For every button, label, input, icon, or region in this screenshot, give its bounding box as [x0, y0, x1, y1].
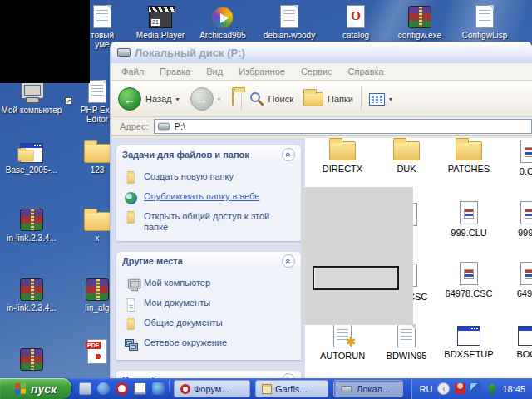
notepad-icon[interactable]	[134, 382, 146, 395]
menu-favorites[interactable]: Избранное	[239, 66, 285, 76]
views-icon[interactable]	[369, 93, 385, 106]
black-region	[0, 0, 90, 83]
folders-button-label[interactable]: Папки	[328, 94, 353, 104]
place-network[interactable]: Сетевое окружение	[124, 337, 296, 352]
desktop-icon-base-2005[interactable]: Base_2005-...	[1, 136, 62, 175]
file-item-bdxsetup[interactable]: BDXSETUP	[438, 326, 500, 359]
tray-agent-icon[interactable]	[455, 383, 466, 394]
back-button[interactable]: ←	[118, 87, 141, 111]
new-folder-icon	[124, 171, 138, 185]
task-label: Создать новую папку	[144, 171, 234, 182]
desktop-icon-inlink-archive-2[interactable]: in-link.2.3.4...	[1, 274, 62, 313]
file-item-autorun[interactable]: AUTORUN	[312, 324, 373, 361]
file-item-64978csc[interactable]: 64978.CSC	[438, 262, 500, 298]
file-item-999f[interactable]: 999.F	[499, 201, 532, 238]
media-player-icon	[212, 7, 234, 28]
addressbar: Адрес: P:\	[111, 118, 532, 136]
folder-icon	[393, 141, 420, 160]
section-header[interactable]: Другие места «	[116, 252, 301, 270]
section-body: Создать новую папку Опубликовать папку в…	[116, 164, 301, 241]
place-shared-documents[interactable]: Общие документы	[124, 318, 296, 332]
taskbar-button-garfis[interactable]: Garfis...	[255, 380, 328, 397]
quicklaunch-app-icon[interactable]	[97, 382, 110, 395]
section-header[interactable]: Задачи для файлов и папок «	[116, 145, 301, 164]
desktop-icon-label: in-link.2.3.4...	[1, 303, 62, 313]
menu-help[interactable]: Справка	[348, 66, 384, 76]
text-file-icon	[93, 5, 111, 28]
folder-icon	[329, 141, 356, 160]
taskbar-button-local-disk[interactable]: Локал...	[333, 380, 403, 397]
desktop-icon-archicad[interactable]: Archicad905	[192, 2, 254, 40]
up-button[interactable]: ↑	[232, 91, 234, 106]
file-item-64990[interactable]: 64990	[499, 262, 532, 298]
task-share-folder[interactable]: Открыть общий доступ к этой папке	[124, 211, 296, 233]
start-button[interactable]: пуск	[0, 378, 71, 399]
desktop-icon-configlisp[interactable]: ConfigwLisp	[454, 2, 515, 40]
text-file-icon	[397, 324, 416, 347]
file-item-0csc[interactable]: 0.CS	[499, 140, 532, 176]
place-my-documents[interactable]: Мои документы	[124, 298, 296, 312]
collapse-button[interactable]: «	[282, 254, 295, 268]
menu-tools[interactable]: Сервис	[301, 66, 332, 76]
desktop-icon-catalog[interactable]: catalog	[325, 2, 387, 40]
hide-icons-button[interactable]: ‹	[437, 382, 450, 395]
place-my-computer[interactable]: Мой компьютер	[124, 278, 296, 292]
file-item-bdwin95[interactable]: BDWIN95	[376, 324, 437, 361]
file-item-directx[interactable]: DIRECTX	[312, 141, 373, 174]
file-label: 999.F	[518, 228, 532, 238]
taskbar-button-forum[interactable]: Форум...	[174, 380, 250, 397]
address-label: Адрес:	[120, 121, 149, 131]
show-desktop-icon[interactable]	[79, 382, 91, 395]
menu-edit[interactable]: Правка	[160, 66, 190, 76]
desktop-icon-label: Base_2005-...	[1, 165, 62, 175]
views-dropdown-icon[interactable]: ▾	[389, 96, 392, 103]
start-button-label: пуск	[31, 382, 57, 396]
file-label: 999.CLU	[451, 228, 486, 238]
menu-file[interactable]: Файл	[121, 66, 144, 76]
task-label: Открыть общий доступ к этой папке	[144, 211, 296, 233]
taskbar: пуск Форум... Garfis... Локал... RU ‹	[0, 378, 532, 399]
tray-update-icon[interactable]	[486, 383, 497, 394]
search-button-label[interactable]: Поиск	[268, 94, 293, 104]
folders-icon[interactable]	[303, 92, 323, 106]
taskbar-button-label: Garfis...	[275, 384, 308, 394]
file-item-patches[interactable]: PATCHES	[438, 141, 500, 174]
place-label: Мой компьютер	[144, 278, 210, 288]
place-label: Сетевое окружение	[144, 337, 227, 348]
titlebar[interactable]: Локальный диск (P:)	[111, 42, 532, 63]
file-item-duk[interactable]: DUK	[376, 141, 437, 174]
csc-file-icon	[460, 262, 478, 285]
back-dropdown-icon[interactable]: ▾	[176, 96, 180, 103]
folder-icon	[84, 144, 111, 163]
file-item-boot[interactable]: BOOT	[499, 326, 532, 359]
tray-network-icon[interactable]	[470, 383, 481, 394]
application-icon	[457, 326, 480, 346]
computer-icon	[124, 278, 138, 292]
place-label: Общие документы	[144, 318, 223, 328]
drive-icon	[342, 386, 352, 392]
opera-icon[interactable]	[116, 382, 128, 395]
address-input[interactable]: P:\	[154, 119, 532, 134]
file-label: 64990	[517, 288, 532, 298]
task-new-folder[interactable]: Создать новую папку	[124, 171, 296, 185]
toolbar-separator	[361, 87, 362, 111]
collapse-button[interactable]: «	[282, 148, 295, 161]
back-button-label[interactable]: Назад	[145, 94, 172, 104]
forward-dropdown-icon[interactable]: ▾	[218, 96, 221, 103]
clock[interactable]: 18:45	[502, 384, 525, 394]
menu-view[interactable]: Вид	[206, 66, 223, 76]
desktop-icon-config-exe[interactable]: configw.exe	[389, 2, 451, 40]
desktop-icon-media-player[interactable]: Media Player	[130, 2, 191, 40]
language-indicator[interactable]: RU	[420, 384, 433, 394]
desktop-icon-debian-woody[interactable]: debian-woody	[259, 2, 320, 40]
forward-button[interactable]: →	[190, 87, 214, 111]
search-icon[interactable]	[249, 91, 264, 106]
task-publish-web[interactable]: Опубликовать папку в вебе	[124, 191, 296, 205]
globe-icon	[124, 191, 138, 205]
taskbar-button-label: Форум...	[194, 384, 229, 394]
section-other-places: Другие места « Мой компьютер Мои докумен…	[116, 252, 301, 360]
desktop-icon-archive-bottom[interactable]	[1, 344, 62, 371]
file-item-999clu[interactable]: 999.CLU	[438, 201, 500, 238]
quicklaunch-app2-icon[interactable]	[152, 382, 165, 395]
desktop-icon-inlink-archive-1[interactable]: in-link.2.3.4...	[1, 204, 62, 243]
